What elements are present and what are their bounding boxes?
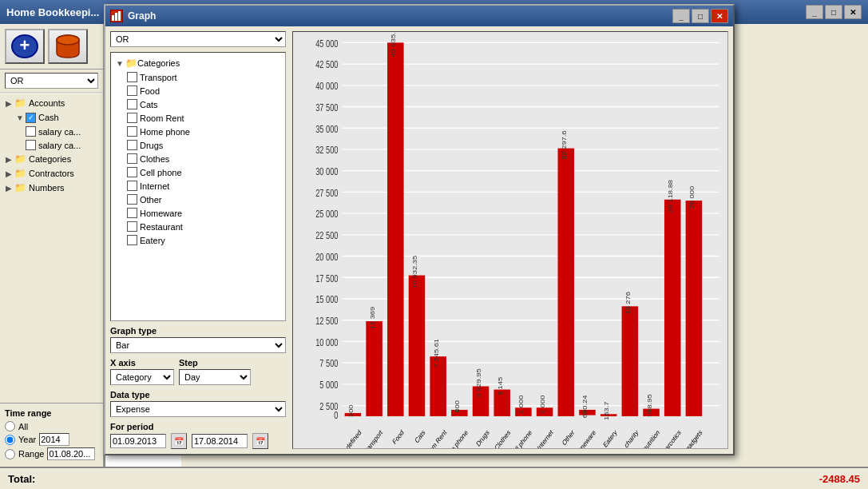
dlg-cat-drugs[interactable]: Drugs xyxy=(127,138,282,152)
numbers-label: Numbers xyxy=(29,183,65,193)
accounts-expander[interactable]: ▶ xyxy=(3,97,14,109)
dlg-cat-homephone[interactable]: Home phone xyxy=(127,125,282,138)
svg-text:163.7: 163.7 xyxy=(603,401,610,420)
dlg-cat-transport[interactable]: Transport xyxy=(127,70,282,84)
dlg-cb-drugs[interactable] xyxy=(127,140,137,150)
left-tree: ▶ 📁 Accounts ▼ ✓ Cash salary ca... xyxy=(0,93,103,403)
tree-item-salary2[interactable]: salary ca... xyxy=(26,138,100,152)
dlg-cat-roomrent[interactable]: Room Rent xyxy=(127,111,282,125)
year-label: Year xyxy=(18,435,36,444)
dlg-cb-clothes[interactable] xyxy=(127,153,137,164)
svg-text:16 932.35: 16 932.35 xyxy=(411,255,418,288)
maximize-button[interactable]: □ xyxy=(825,5,842,19)
add-button[interactable]: + xyxy=(5,29,45,64)
period-start-input[interactable] xyxy=(110,434,166,448)
svg-text:12 500: 12 500 xyxy=(315,316,338,326)
or-dropdown-row: OR xyxy=(110,31,286,47)
tree-item-contractors[interactable]: ▶ 📁 Contractors xyxy=(3,166,100,181)
dlg-cat-eatery[interactable]: Eatery xyxy=(127,233,282,247)
data-type-label: Data type xyxy=(110,390,286,400)
dlg-cb-transport[interactable] xyxy=(127,72,137,82)
tree-item-salary1[interactable]: salary ca... xyxy=(26,125,100,138)
or-dropdown[interactable]: OR xyxy=(110,31,286,47)
tree-item-accounts[interactable]: ▶ 📁 Accounts xyxy=(3,96,100,110)
dlg-cat-other[interactable]: Other xyxy=(127,193,282,206)
dlg-cat-restaurant[interactable]: Restaurant xyxy=(127,220,282,233)
dlg-cat-homeware[interactable]: Homeware xyxy=(127,206,282,220)
range-radio[interactable] xyxy=(5,449,15,459)
dlg-cat-cellphone[interactable]: Cell phone xyxy=(127,165,282,179)
tree-item-cash[interactable]: ▼ ✓ Cash xyxy=(14,110,100,125)
dlg-cb-cats[interactable] xyxy=(127,99,137,109)
cash-checkbox[interactable]: ✓ xyxy=(26,113,36,123)
dlg-cb-internet[interactable] xyxy=(127,181,137,191)
svg-rect-49 xyxy=(387,42,404,416)
all-radio[interactable] xyxy=(5,421,15,431)
dlg-cb-other[interactable] xyxy=(127,194,137,205)
categories-folder-icon: 📁 xyxy=(14,153,26,165)
minimize-button[interactable]: _ xyxy=(806,5,823,19)
cash-expander[interactable]: ▼ xyxy=(14,112,26,123)
dlg-cb-eatery[interactable] xyxy=(127,235,137,245)
x-axis-label: X axis xyxy=(110,358,174,368)
salary1-checkbox[interactable] xyxy=(26,126,36,137)
dlg-cb-homephone[interactable] xyxy=(127,126,137,137)
dlg-cb-restaurant[interactable] xyxy=(127,221,137,232)
dialog-tree-root[interactable]: ▼ 📁 Categories xyxy=(114,56,282,70)
svg-rect-51 xyxy=(409,276,426,416)
dlg-cat-cats[interactable]: Cats xyxy=(127,97,282,111)
tree-item-numbers[interactable]: ▶ 📁 Numbers xyxy=(3,181,100,195)
year-radio[interactable] xyxy=(5,435,15,445)
x-axis-dropdown[interactable]: Category xyxy=(110,369,174,385)
salary2-checkbox[interactable] xyxy=(26,140,36,150)
dlg-cb-cellphone[interactable] xyxy=(127,167,137,177)
graph-type-dropdown[interactable]: Bar xyxy=(110,337,286,353)
dlg-cat-food[interactable]: Food xyxy=(127,84,282,97)
dialog-category-tree[interactable]: ▼ 📁 Categories Transport Food Cats Room … xyxy=(110,52,286,321)
db-button[interactable] xyxy=(48,29,88,64)
svg-text:690.24: 690.24 xyxy=(582,395,589,418)
dlg-cat-internet[interactable]: Internet xyxy=(127,179,282,193)
svg-text:45 000: 45 000 xyxy=(315,38,338,48)
categories-expander[interactable]: ▶ xyxy=(3,153,14,165)
svg-rect-71 xyxy=(622,306,639,416)
year-input[interactable] xyxy=(39,433,69,446)
dialog-title-text: Graph xyxy=(128,10,156,22)
dlg-cb-food[interactable] xyxy=(127,85,137,96)
period-start-calendar[interactable]: 📅 xyxy=(171,433,187,449)
svg-rect-7 xyxy=(293,32,727,448)
svg-rect-6 xyxy=(118,11,121,21)
period-end-input[interactable] xyxy=(192,434,248,448)
total-label: Total: xyxy=(8,473,35,485)
dialog-close-button[interactable]: ✕ xyxy=(711,9,728,23)
numbers-expander[interactable]: ▶ xyxy=(3,182,14,193)
period-end-calendar[interactable]: 📅 xyxy=(252,433,268,449)
for-period-label: For period xyxy=(110,422,286,431)
left-toolbar: + xyxy=(0,24,103,70)
dialog-minimize-button[interactable]: _ xyxy=(672,9,690,23)
step-dropdown[interactable]: Day xyxy=(179,369,251,385)
svg-text:25 000: 25 000 xyxy=(315,209,338,219)
close-button[interactable]: ✕ xyxy=(844,5,862,19)
tree-item-categories[interactable]: ▶ 📁 Categories xyxy=(3,152,100,166)
svg-text:1 000: 1 000 xyxy=(539,395,546,414)
svg-text:32 297.6: 32 297.6 xyxy=(561,130,568,160)
dialog-tree-children: Transport Food Cats Room Rent Home phone… xyxy=(114,70,282,247)
dlg-cb-homeware[interactable] xyxy=(127,208,137,218)
svg-text:42 500: 42 500 xyxy=(315,59,338,70)
svg-text:800: 800 xyxy=(454,400,461,413)
svg-text:300: 300 xyxy=(347,404,355,417)
range-start-input[interactable] xyxy=(47,447,95,460)
left-filter-dropdown[interactable]: OR xyxy=(5,73,98,89)
dialog-root-expander[interactable]: ▼ xyxy=(114,58,125,69)
contractors-expander[interactable]: ▶ xyxy=(3,168,14,179)
svg-text:7 500: 7 500 xyxy=(319,358,338,368)
period-row: 📅 📅 xyxy=(110,433,286,449)
dlg-cat-clothes[interactable]: Clothes xyxy=(127,152,282,165)
dialog-maximize-button[interactable]: □ xyxy=(692,9,709,23)
svg-text:26 000: 26 000 xyxy=(688,185,696,209)
data-type-dropdown[interactable]: Expense xyxy=(110,401,286,417)
dlg-cb-roomrent[interactable] xyxy=(127,113,137,123)
dialog-titlebar-buttons: _ □ ✕ xyxy=(672,9,728,23)
svg-text:948.95: 948.95 xyxy=(646,394,653,417)
